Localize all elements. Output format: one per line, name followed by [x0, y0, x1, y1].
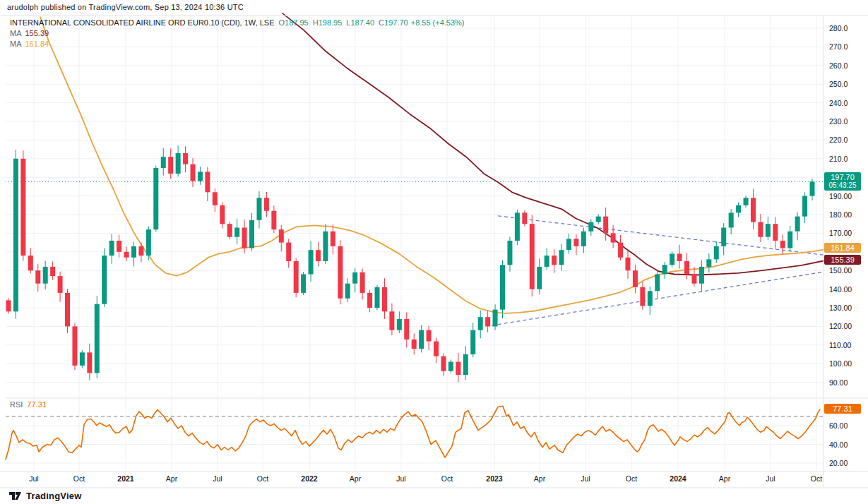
time-axis-label: 2021: [117, 474, 133, 483]
ohlc-open-value: 187.95: [285, 18, 309, 27]
time-axis-label: Jul: [581, 474, 590, 483]
time-axis-label: Oct: [73, 474, 85, 483]
ma-long-badge: 155.39: [824, 255, 861, 265]
ohlc-close-value: 197.70: [384, 18, 408, 27]
time-axis-label: Oct: [626, 474, 637, 483]
time-axis-label: 2022: [301, 474, 317, 483]
ohlc-high-value: 198.95: [319, 18, 343, 27]
price-axis-label: 170.00: [829, 229, 852, 237]
legend-symbol-row: INTERNATIONAL CONSOLIDATED AIRLINE ORD E…: [10, 18, 465, 28]
time-axis-label: 2023: [486, 474, 502, 483]
tradingview-snapshot: arudolph published on TradingView.com, S…: [0, 0, 868, 504]
tradingview-logo-icon: [8, 490, 22, 502]
ohlc-close-label: C: [379, 18, 384, 27]
chart-canvas[interactable]: [0, 0, 868, 504]
candles-group: [6, 145, 815, 382]
ma-legend-row-2: MA161.84: [10, 39, 465, 49]
bar-countdown: 05:43:25: [824, 181, 861, 190]
price-axis-label: 280.0: [829, 24, 848, 32]
time-axis-label: Jul: [213, 474, 222, 483]
price-axis-label: 120.00: [829, 322, 852, 330]
price-axis-label: 240.0: [829, 99, 848, 107]
rsi-axis-label: 60.00: [829, 421, 848, 430]
time-axis-label: Apr: [534, 474, 545, 483]
rsi-legend[interactable]: RSI77.31: [10, 400, 47, 409]
ma2-value: 161.84: [25, 40, 49, 48]
ohlc-open-label: O: [278, 18, 285, 27]
price-axis-label: 220.0: [829, 136, 848, 144]
price-axis-label: 260.0: [829, 61, 848, 70]
ohlc-low-value: 187.40: [350, 18, 374, 27]
price-axis-label: 110.00: [829, 341, 851, 349]
time-axis-label: Oct: [257, 474, 268, 483]
ma-legend-row-1: MA155.39: [10, 28, 465, 38]
rsi-title: RSI: [10, 400, 23, 409]
ma-short-line: [40, 17, 824, 313]
time-axis-label: Jul: [396, 474, 405, 483]
ma-short-badge: 161.84: [824, 243, 861, 253]
rsi-axis-label: 20.00: [829, 459, 848, 467]
ma1-value: 155.39: [25, 29, 49, 37]
ma1-label: MA: [10, 29, 22, 37]
time-axis-label: Apr: [166, 474, 177, 483]
rsi-line: [6, 406, 820, 460]
tradingview-logo-text: TradingView: [26, 491, 82, 501]
price-axis-label: 140.00: [829, 285, 852, 294]
price-axis-label: 90.00: [829, 378, 848, 387]
time-axis-label: Jul: [766, 474, 775, 483]
price-axis-label: 210.0: [829, 155, 848, 163]
time-axis-label: Jul: [29, 474, 38, 483]
symbol-legend[interactable]: INTERNATIONAL CONSOLIDATED AIRLINE ORD E…: [10, 18, 465, 49]
ohlc-change: +8.55 (+4.53%): [411, 18, 465, 27]
price-axis-label: 270.0: [829, 42, 848, 51]
price-axis-label: 190.00: [829, 192, 852, 200]
rsi-axis-label: 40.00: [829, 440, 848, 449]
last-price-value: 197.70: [824, 173, 861, 181]
grid: [6, 16, 824, 472]
price-axis-label: 230.0: [829, 117, 848, 126]
ohlc-high-label: H: [313, 18, 319, 27]
time-axis-label: Apr: [719, 474, 730, 483]
time-axis-label: Oct: [441, 474, 453, 483]
price-axis-label: 180.00: [829, 210, 852, 219]
ma2-label: MA: [10, 40, 22, 48]
price-axis-label: 130.00: [829, 304, 852, 312]
price-axis-label: 250.0: [829, 80, 848, 88]
time-axis-label: Apr: [350, 474, 361, 483]
last-price-badge: 197.70 05:43:25: [824, 172, 861, 191]
time-axis-label: Oct: [811, 474, 822, 483]
legend-symbol-text: INTERNATIONAL CONSOLIDATED AIRLINE ORD E…: [10, 18, 274, 27]
rsi-value-badge: 77.31: [824, 404, 861, 414]
price-axis-label: 100.00: [829, 359, 852, 368]
time-axis-label: 2024: [670, 474, 686, 483]
price-axis-label: 150.00: [829, 266, 852, 275]
tradingview-logo[interactable]: TradingView: [8, 490, 82, 502]
rsi-value: 77.31: [27, 400, 47, 409]
